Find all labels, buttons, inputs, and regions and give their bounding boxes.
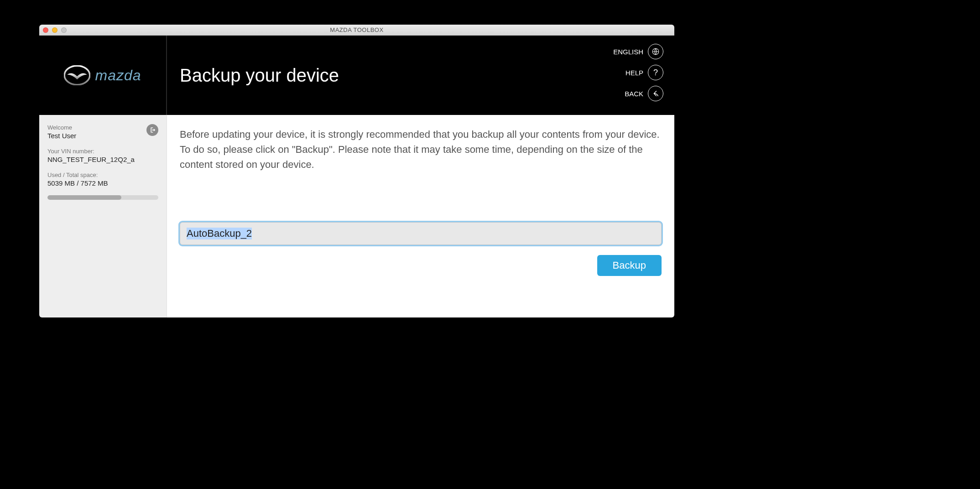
- language-button[interactable]: ENGLISH: [613, 44, 663, 59]
- language-label: ENGLISH: [613, 48, 643, 56]
- right-column: Backup your device ENGLISH HELP ?: [167, 36, 674, 317]
- vin-value: NNG_TEST_FEUR_12Q2_a: [47, 156, 158, 163]
- back-arrow-icon: [648, 86, 663, 101]
- titlebar: MAZDA TOOLBOX: [39, 25, 674, 36]
- space-label: Used / Total space:: [47, 172, 158, 178]
- window-controls: [43, 27, 67, 33]
- backup-name-input[interactable]: [180, 222, 662, 245]
- brand-area: mazda: [39, 36, 167, 115]
- logout-icon: [149, 127, 156, 133]
- backup-button[interactable]: Backup: [597, 255, 662, 276]
- page-header: Backup your device ENGLISH HELP ?: [167, 36, 674, 115]
- storage-progress-fill: [47, 195, 121, 200]
- page-title: Backup your device: [180, 65, 339, 86]
- help-button[interactable]: HELP ?: [626, 65, 663, 80]
- welcome-label: Welcome: [47, 124, 76, 131]
- svg-point-0: [65, 66, 90, 85]
- globe-icon: [648, 44, 663, 59]
- back-label: BACK: [625, 90, 643, 98]
- help-label: HELP: [626, 69, 643, 77]
- user-name: Test User: [47, 132, 76, 140]
- app-window: MAZDA TOOLBOX: [39, 25, 674, 317]
- help-icon: ?: [648, 65, 663, 80]
- backup-description: Before updating your device, it is stron…: [180, 127, 662, 172]
- logout-button[interactable]: [146, 124, 158, 136]
- back-button[interactable]: BACK: [625, 86, 663, 101]
- main-content: Before updating your device, it is stron…: [167, 115, 674, 317]
- close-window-button[interactable]: [43, 27, 48, 33]
- vin-label: Your VIN number:: [47, 148, 158, 155]
- app-body: mazda Welcome Test User Your V: [39, 36, 674, 317]
- minimize-window-button[interactable]: [52, 27, 57, 33]
- space-value: 5039 MB / 7572 MB: [47, 179, 158, 187]
- mazda-wordmark: mazda: [95, 67, 141, 84]
- mazda-wing-icon: [64, 65, 90, 85]
- zoom-window-button[interactable]: [61, 27, 67, 33]
- left-column: mazda Welcome Test User Your V: [39, 36, 167, 317]
- window-title: MAZDA TOOLBOX: [39, 26, 674, 33]
- header-actions: ENGLISH HELP ? BACK: [613, 44, 663, 101]
- storage-progress: [47, 195, 158, 200]
- mazda-logo: mazda: [64, 65, 141, 85]
- sidebar: Welcome Test User Your VIN number: NNG_T…: [39, 115, 167, 317]
